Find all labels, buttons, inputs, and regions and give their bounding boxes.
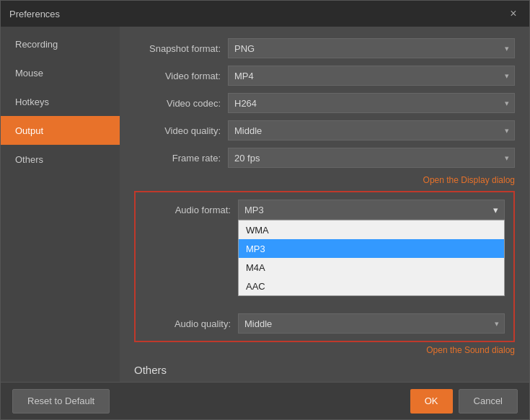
audio-format-value: MP3 [244,205,264,215]
audio-format-label: Audio format: [144,205,238,215]
sidebar-item-recording[interactable]: Recording [1,30,120,58]
audio-quality-wrapper: High Middle Low ▾ [238,313,505,334]
audio-option-aac[interactable]: AAC [239,277,504,295]
video-format-wrapper: MP4 AVI MOV ▾ [228,66,515,86]
footer-right-buttons: OK Cancel [410,389,518,414]
others-title: Others [134,364,515,376]
video-quality-wrapper: High Middle Low ▾ [228,120,515,140]
audio-quality-label: Audio quality: [144,318,238,329]
audio-option-m4a[interactable]: M4A [239,258,504,277]
video-codec-row: Video codec: H264 H265 VP9 ▾ [134,93,515,113]
open-sound-dialog-link[interactable]: Open the Sound dialog [134,345,515,355]
snapshot-format-select[interactable]: PNG JPG BMP [228,38,515,58]
sidebar-item-output[interactable]: Output [1,116,120,145]
video-quality-select[interactable]: High Middle Low [228,120,515,140]
main-content: Snapshot format: PNG JPG BMP ▾ Video for… [120,27,529,382]
sidebar-item-hotkeys[interactable]: Hotkeys [1,87,120,116]
preferences-dialog: Preferences × Recording Mouse Hotkeys Ou… [0,0,530,420]
reset-to-default-button[interactable]: Reset to Default [12,389,110,414]
audio-format-dropdown-list: WMA MP3 M4A AAC [238,220,505,296]
audio-section: Audio format: MP3 ▾ WMA MP3 [134,191,515,342]
audio-format-chevron: ▾ [493,205,498,215]
audio-format-row: Audio format: MP3 ▾ WMA MP3 [144,200,505,220]
open-display-dialog-link[interactable]: Open the Display dialog [134,175,515,185]
titlebar: Preferences × [1,1,529,27]
frame-rate-select[interactable]: 10 fps 15 fps 20 fps 25 fps 30 fps [228,148,515,168]
audio-option-mp3[interactable]: MP3 [239,239,504,258]
video-format-label: Video format: [134,71,228,81]
snapshot-format-label: Snapshot format: [134,43,228,54]
audio-format-dropdown-wrapper: MP3 ▾ WMA MP3 M4A [238,200,505,220]
audio-quality-row: Audio quality: High Middle Low ▾ [144,313,505,334]
cancel-button[interactable]: Cancel [459,389,518,414]
video-codec-select[interactable]: H264 H265 VP9 [228,93,515,113]
frame-rate-label: Frame rate: [134,153,228,164]
sidebar-label-hotkeys: Hotkeys [15,97,49,107]
video-quality-label: Video quality: [134,125,228,136]
audio-format-dropdown[interactable]: MP3 ▾ [238,200,505,220]
sidebar-label-recording: Recording [15,39,58,50]
snapshot-format-wrapper: PNG JPG BMP ▾ [228,38,515,58]
close-button[interactable]: × [506,6,521,21]
sidebar-item-others[interactable]: Others [1,145,120,174]
video-quality-row: Video quality: High Middle Low ▾ [134,120,515,140]
video-codec-wrapper: H264 H265 VP9 ▾ [228,93,515,113]
dialog-content: Recording Mouse Hotkeys Output Others Sn… [1,27,529,382]
dialog-title: Preferences [9,9,60,19]
sidebar-label-output: Output [15,125,43,136]
snapshot-format-row: Snapshot format: PNG JPG BMP ▾ [134,38,515,58]
audio-quality-select[interactable]: High Middle Low [238,313,505,334]
footer: Reset to Default OK Cancel [1,382,529,419]
sidebar-label-mouse: Mouse [15,68,43,79]
frame-rate-row: Frame rate: 10 fps 15 fps 20 fps 25 fps … [134,148,515,168]
ok-button[interactable]: OK [410,389,453,414]
video-format-row: Video format: MP4 AVI MOV ▾ [134,66,515,86]
others-section: Others Enable hardware acceleration [134,364,515,382]
sidebar-label-others: Others [15,154,43,165]
audio-option-wma[interactable]: WMA [239,220,504,239]
sidebar: Recording Mouse Hotkeys Output Others [1,27,120,382]
video-codec-label: Video codec: [134,98,228,109]
sidebar-item-mouse[interactable]: Mouse [1,58,120,87]
video-format-select[interactable]: MP4 AVI MOV [228,66,515,86]
frame-rate-wrapper: 10 fps 15 fps 20 fps 25 fps 30 fps ▾ [228,148,515,168]
